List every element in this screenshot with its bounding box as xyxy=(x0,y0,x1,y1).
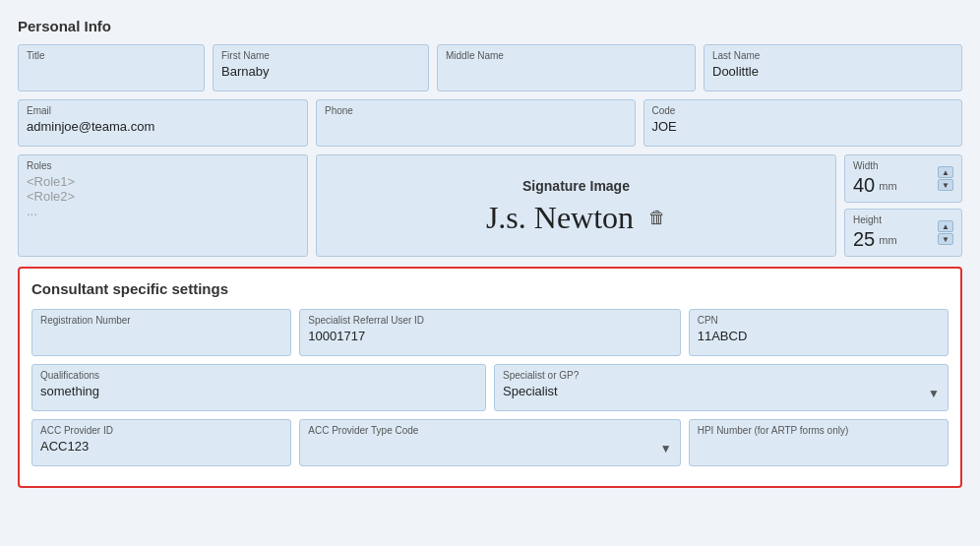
roles-placeholder3: ... xyxy=(27,204,299,218)
specialist-gp-field[interactable]: Specialist or GP? Specialist ▼ xyxy=(494,364,949,411)
acc-provider-id-field[interactable]: ACC Provider ID ACC123 xyxy=(31,419,291,466)
firstname-value: Barnaby xyxy=(221,64,420,79)
contact-row: Email adminjoe@teama.com Phone Code JOE xyxy=(18,99,962,147)
consultant-row-2: Qualifications something Specialist or G… xyxy=(31,364,949,411)
acc-provider-type-label: ACC Provider Type Code xyxy=(308,425,671,436)
registration-number-field[interactable]: Registration Number xyxy=(31,309,291,356)
specialist-gp-dropdown-icon[interactable]: ▼ xyxy=(928,387,940,400)
consultant-row-3: ACC Provider ID ACC123 ACC Provider Type… xyxy=(31,419,949,466)
dimension-controls: Width 40 mm ▲ ▼ Height xyxy=(844,154,962,257)
code-label: Code xyxy=(652,105,954,116)
phone-field[interactable]: Phone xyxy=(316,99,636,147)
phone-label: Phone xyxy=(325,105,627,116)
firstname-label: First Name xyxy=(221,50,420,61)
width-spinner: ▲ ▼ xyxy=(938,166,953,191)
cpn-label: CPN xyxy=(698,315,940,326)
email-value: adminjoe@teama.com xyxy=(27,119,299,134)
height-unit: mm xyxy=(879,234,896,246)
acc-provider-id-value: ACC123 xyxy=(40,439,282,454)
acc-provider-type-dropdown-icon[interactable]: ▼ xyxy=(660,442,672,455)
width-value: 40 xyxy=(853,174,875,197)
width-label: Width xyxy=(853,160,897,171)
roles-label: Roles xyxy=(27,160,299,171)
cpn-field[interactable]: CPN 11ABCD xyxy=(689,309,949,356)
hpi-field[interactable]: HPI Number (for ARTP forms only) xyxy=(689,419,949,466)
code-value: JOE xyxy=(652,119,954,134)
height-control: Height 25 mm ▲ ▼ xyxy=(844,209,962,257)
qualifications-label: Qualifications xyxy=(40,370,477,381)
specialist-referral-value: 10001717 xyxy=(308,329,671,343)
hpi-label: HPI Number (for ARTP forms only) xyxy=(698,425,940,436)
middlename-label: Middle Name xyxy=(446,50,687,61)
acc-provider-type-field[interactable]: ACC Provider Type Code ▼ xyxy=(299,419,680,466)
height-spinner: ▲ ▼ xyxy=(938,220,953,245)
specialist-referral-label: Specialist Referral User ID xyxy=(308,315,671,326)
cpn-value: 11ABCD xyxy=(698,329,940,343)
width-unit: mm xyxy=(879,180,896,192)
page-container: Personal Info Title First Name Barnaby M… xyxy=(10,10,970,496)
specialist-gp-label: Specialist or GP? xyxy=(503,370,940,381)
consultant-section-title: Consultant specific settings xyxy=(31,280,949,297)
width-down-button[interactable]: ▼ xyxy=(938,179,953,191)
email-label: Email xyxy=(27,105,299,116)
delete-signature-icon[interactable]: 🗑 xyxy=(648,208,666,228)
registration-number-label: Registration Number xyxy=(40,315,282,326)
roles-field[interactable]: Roles <Role1> <Role2> ... xyxy=(18,154,308,257)
height-value-row: 25 mm xyxy=(853,228,897,251)
height-down-button[interactable]: ▼ xyxy=(938,233,953,245)
roles-placeholder2: <Role2> xyxy=(27,189,299,204)
lastname-label: Last Name xyxy=(712,50,953,61)
firstname-field[interactable]: First Name Barnaby xyxy=(213,44,429,91)
code-field[interactable]: Code JOE xyxy=(643,99,963,147)
personal-info-title: Personal Info xyxy=(18,18,962,34)
qualifications-field[interactable]: Qualifications something xyxy=(31,364,486,411)
qualifications-value: something xyxy=(40,384,477,398)
height-label: Height xyxy=(853,214,897,225)
consultant-section: Consultant specific settings Registratio… xyxy=(18,267,962,488)
signature-area: Signature Image J.s. Newton 🗑 xyxy=(316,154,836,257)
roles-signature-row: Roles <Role1> <Role2> ... Signature Imag… xyxy=(18,154,962,257)
width-left: Width 40 mm xyxy=(853,160,897,197)
middlename-field[interactable]: Middle Name xyxy=(437,44,696,91)
width-control: Width 40 mm ▲ ▼ xyxy=(844,154,962,203)
name-row: Title First Name Barnaby Middle Name Las… xyxy=(18,44,962,91)
acc-provider-id-label: ACC Provider ID xyxy=(40,425,282,436)
title-label: Title xyxy=(27,50,196,61)
width-value-row: 40 mm xyxy=(853,174,897,197)
width-up-button[interactable]: ▲ xyxy=(938,166,953,178)
lastname-field[interactable]: Last Name Doolittle xyxy=(704,44,962,91)
specialist-gp-value: Specialist xyxy=(503,384,940,398)
lastname-value: Doolittle xyxy=(712,64,953,79)
consultant-row-1: Registration Number Specialist Referral … xyxy=(31,309,949,356)
specialist-referral-field[interactable]: Specialist Referral User ID 10001717 xyxy=(299,309,680,356)
signature-image-container: J.s. Newton 🗑 xyxy=(486,202,666,233)
signature-script: J.s. Newton xyxy=(486,202,634,233)
title-field[interactable]: Title xyxy=(18,44,205,91)
signature-label: Signature Image xyxy=(522,178,630,194)
personal-info-section: Personal Info Title First Name Barnaby M… xyxy=(18,18,962,257)
email-field[interactable]: Email adminjoe@teama.com xyxy=(18,99,308,147)
height-up-button[interactable]: ▲ xyxy=(938,220,953,232)
height-value: 25 xyxy=(853,228,875,251)
height-left: Height 25 mm xyxy=(853,214,897,251)
roles-placeholder1: <Role1> xyxy=(27,174,299,189)
